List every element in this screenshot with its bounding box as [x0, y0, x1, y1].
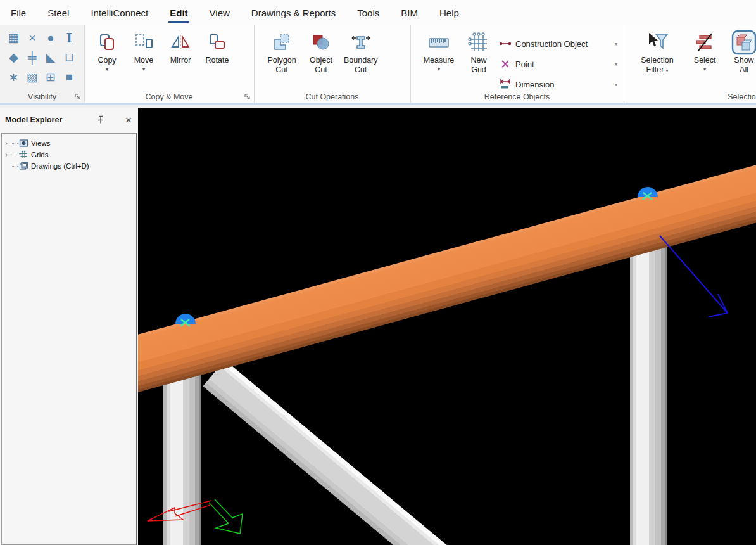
beam-visibility-icon[interactable]: I [61, 29, 78, 46]
dimension-caret-icon[interactable] [615, 82, 619, 87]
menu-intelliconnect[interactable]: IntelliConnect [80, 0, 159, 25]
group-label-cut-operations: Cut Operations [254, 93, 410, 101]
menu-help[interactable]: Help [429, 0, 470, 25]
polygon-cut-icon [272, 33, 291, 52]
corner-visibility-icon[interactable]: ◣ [42, 49, 60, 66]
measure-icon [428, 33, 450, 52]
tree-item-label: Views [31, 139, 50, 147]
point-label: Point [515, 60, 534, 69]
menu-steel[interactable]: Steel [37, 0, 80, 25]
construction-object-label: Construction Object [515, 39, 588, 49]
construction-object-button[interactable]: Construction Object [499, 34, 619, 54]
viewport-overlay [138, 108, 756, 545]
object-cut-icon [312, 33, 331, 52]
hide-icon[interactable]: × [23, 29, 41, 46]
group-cut-operations: PolygonCut ObjectCut BoundaryCut Cut Ope… [254, 25, 411, 103]
model-explorer-title: Model Explorer [5, 115, 96, 124]
grids-icon [19, 150, 28, 159]
copy-button[interactable]: Copy [91, 29, 123, 72]
group-copy-move: Copy Move Mirror Rotate Copy & Move [84, 25, 255, 103]
menu-view[interactable]: View [199, 0, 241, 25]
dimension-button[interactable]: Dimension [499, 74, 619, 94]
measure-dropdown-caret-icon[interactable] [438, 67, 440, 72]
mirror-button[interactable]: Mirror [164, 29, 197, 72]
expand-chevron-icon[interactable] [5, 151, 12, 158]
menu-edit[interactable]: Edit [159, 0, 198, 25]
show-all-icon [731, 30, 756, 55]
polygon-cut-label: PolygonCut [267, 56, 296, 75]
polygon-cut-button[interactable]: PolygonCut [265, 29, 298, 75]
construction-object-caret-icon[interactable] [615, 41, 619, 47]
point-caret-icon[interactable] [615, 61, 619, 67]
views-icon [19, 139, 28, 148]
window-visibility-icon[interactable]: ⊞ [42, 68, 60, 86]
tree-item-grids[interactable]: Grids [2, 149, 136, 160]
point-icon [499, 60, 512, 68]
select-icon [695, 32, 715, 53]
mirror-icon [170, 33, 191, 52]
move-icon [134, 33, 153, 52]
group-reference-objects: Measure NewGrid Construction Object Poin… [410, 25, 624, 103]
menu-bar: File Steel IntelliConnect Edit View Draw… [0, 0, 756, 25]
group-label-selection: Selection [624, 93, 756, 101]
menu-tools[interactable]: Tools [346, 0, 390, 25]
model-viewport[interactable] [138, 108, 756, 545]
select-button[interactable]: Select [690, 29, 720, 75]
copy-icon [98, 33, 117, 52]
model-explorer-panel: Model Explorer Views Grids Drawings (Ctr… [0, 108, 138, 545]
copy-move-dialog-launcher-icon[interactable] [244, 94, 251, 100]
plate-visibility-icon[interactable]: ◆ [5, 49, 22, 66]
visibility-dialog-launcher-icon[interactable] [75, 94, 81, 100]
expand-chevron-icon[interactable] [5, 139, 12, 147]
tree-item-label: Grids [31, 151, 48, 158]
selection-filter-caret-icon[interactable] [665, 68, 668, 74]
menu-bim[interactable]: BIM [390, 0, 429, 25]
axis-visibility-icon[interactable]: ∗ [5, 68, 22, 86]
sphere-visibility-icon[interactable]: ● [42, 29, 60, 46]
object-cut-button[interactable]: ObjectCut [305, 29, 337, 75]
menu-file[interactable]: File [0, 0, 37, 25]
dimension-icon [499, 79, 512, 90]
copy-dropdown-caret-icon[interactable] [106, 67, 108, 72]
grid-visibility-icon[interactable]: ▦ [5, 29, 22, 46]
rotate-button[interactable]: Rotate [201, 29, 234, 72]
group-label-copy-move: Copy & Move [84, 93, 254, 101]
move-dropdown-caret-icon[interactable] [142, 67, 145, 72]
selection-filter-button[interactable]: SelectionFilter [634, 29, 681, 75]
channel-visibility-icon[interactable]: ⊔ [61, 49, 78, 66]
menu-drawings-reports[interactable]: Drawings & Reports [241, 0, 346, 25]
tree-item-views[interactable]: Views [2, 138, 136, 149]
special-part-visibility-icon[interactable]: ▨ [23, 68, 41, 86]
model-explorer-tree: Views Grids Drawings (Ctrl+D) [1, 133, 137, 545]
construction-object-icon [499, 40, 512, 48]
move-label: Move [134, 56, 154, 65]
new-grid-icon [468, 32, 489, 53]
tree-item-drawings[interactable]: Drawings (Ctrl+D) [2, 160, 136, 172]
dimension-label: Dimension [515, 80, 554, 89]
select-dropdown-caret-icon[interactable] [703, 67, 706, 72]
point-button[interactable]: Point [499, 54, 619, 74]
new-grid-button[interactable]: NewGrid [463, 29, 494, 94]
boundary-cut-label: BoundaryCut [344, 56, 378, 75]
select-label: Select [694, 56, 716, 65]
boundary-cut-button[interactable]: BoundaryCut [344, 29, 378, 75]
selection-filter-label: SelectionFilter [641, 56, 673, 75]
group-label-reference-objects: Reference Objects [410, 93, 624, 101]
object-cut-label: ObjectCut [310, 56, 332, 75]
group-visibility: ▦ × ● I ◆ ╪ ◣ ⊔ ∗ ▨ ⊞ ■ Visibility [0, 25, 85, 103]
pin-icon[interactable] [96, 115, 105, 124]
measure-button[interactable]: Measure [419, 29, 458, 94]
measure-label: Measure [424, 56, 455, 65]
support-marker-icon [175, 314, 196, 326]
axis-x-arrow [148, 501, 211, 521]
show-all-button[interactable]: ShowAll [729, 29, 756, 75]
move-button[interactable]: Move [127, 29, 160, 72]
rotate-label: Rotate [206, 56, 229, 65]
solid-visibility-icon[interactable]: ■ [61, 68, 78, 86]
close-panel-icon[interactable] [124, 115, 133, 125]
axis-z-arrow [660, 236, 728, 317]
group-selection: SelectionFilter Select ShowAll Selection [624, 25, 756, 103]
new-grid-label: NewGrid [470, 56, 486, 75]
bolt-visibility-icon[interactable]: ╪ [23, 49, 41, 66]
tree-item-label: Drawings (Ctrl+D) [31, 162, 89, 170]
